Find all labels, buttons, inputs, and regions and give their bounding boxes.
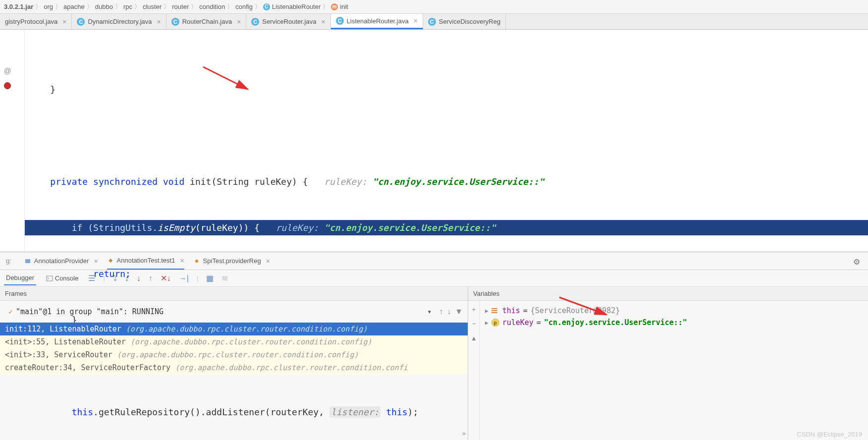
variables-panel: Variables + − ▲ ▶ this = xyxy=(468,287,868,440)
var-name: this xyxy=(502,306,520,315)
tab-service-discovery-reg[interactable]: C ServiceDiscoveryReg xyxy=(423,14,506,29)
code-editor[interactable]: @ } private synchronized void init(Strin… xyxy=(0,30,868,252)
close-icon[interactable]: × xyxy=(62,18,66,26)
tab-label: gistryProtocol.java xyxy=(5,18,57,25)
tab-label: ServiceRouter.java xyxy=(262,18,316,25)
close-icon[interactable]: × xyxy=(414,17,418,25)
breadcrumb-item[interactable]: condition xyxy=(199,3,225,10)
code-line[interactable]: private synchronized void init(String ru… xyxy=(25,174,868,189)
code-area[interactable]: } private synchronized void init(String … xyxy=(25,30,868,252)
code-line[interactable] xyxy=(25,128,868,143)
tab-router-chain[interactable]: C RouterChain.java × xyxy=(166,14,247,29)
add-watch-icon[interactable]: + xyxy=(472,306,476,313)
breadcrumb-item[interactable]: minit xyxy=(331,3,348,10)
run-tab-spi-test[interactable]: SpiTest.providerReg × xyxy=(193,252,270,270)
expand-icon[interactable]: » xyxy=(462,430,466,437)
run-tab-label: AnnotationTest.test1 xyxy=(117,257,175,264)
test-config-icon xyxy=(193,258,200,265)
close-icon[interactable]: × xyxy=(180,257,184,265)
run-tab-label: AnnotationProvider xyxy=(34,257,89,265)
breadcrumb-item[interactable]: dubbo xyxy=(95,3,113,10)
close-icon[interactable]: × xyxy=(237,18,241,26)
class-icon: C xyxy=(77,18,85,26)
parameter-icon: p xyxy=(491,319,499,327)
breadcrumb-item[interactable]: CListenableRouter xyxy=(263,3,321,10)
run-config-icon xyxy=(24,258,31,265)
breadcrumb-item[interactable]: apache xyxy=(63,3,85,10)
close-icon[interactable]: × xyxy=(157,18,161,26)
variable-row[interactable]: ▶ this = {ServiceRouter@3982} xyxy=(483,305,865,317)
stack-frame[interactable]: <init>:33, ServiceRouter (org.apache.dub… xyxy=(0,348,468,361)
breadcrumb-item[interactable]: config xyxy=(235,3,253,10)
class-icon: C xyxy=(171,18,179,26)
chevron-icon: 〉 xyxy=(55,2,61,11)
class-icon: C xyxy=(263,3,270,10)
breadcrumb-item[interactable]: cluster xyxy=(143,3,162,10)
tab-label: DynamicDirectory.java xyxy=(88,18,152,25)
tab-label: ListenableRouter.java xyxy=(347,17,409,25)
run-label: g: xyxy=(6,257,11,265)
chevron-icon: 〉 xyxy=(227,2,233,11)
breadcrumb-item[interactable]: rpc xyxy=(123,3,132,10)
variables-header: Variables xyxy=(468,287,868,301)
stack-frame[interactable]: init:112, ListenableRouter (org.apache.d… xyxy=(0,323,468,335)
stack-frame[interactable]: createRouter:34, ServiceRouterFactory (o… xyxy=(0,361,468,374)
tab-service-router[interactable]: C ServiceRouter.java × xyxy=(246,14,330,29)
code-line-current[interactable]: if (StringUtils.isEmpty(ruleKey)) { rule… xyxy=(25,220,868,235)
var-value: {ServiceRouter@3982} xyxy=(531,306,620,315)
chevron-icon: 〉 xyxy=(191,2,197,11)
breakpoint-icon[interactable] xyxy=(4,82,12,90)
tab-label: ServiceDiscoveryReg xyxy=(439,18,500,25)
tab-listenable-router[interactable]: C ListenableRouter.java × xyxy=(331,14,423,29)
expand-icon[interactable]: ▶ xyxy=(485,320,488,326)
class-icon: C xyxy=(336,17,344,25)
run-tab-annotation-provider[interactable]: AnnotationProvider × xyxy=(24,252,98,270)
gear-icon[interactable]: ⚙ xyxy=(853,257,860,267)
tab-registry-protocol[interactable]: gistryProtocol.java × xyxy=(0,14,72,29)
close-icon[interactable]: × xyxy=(266,257,270,265)
chevron-icon: 〉 xyxy=(163,2,170,11)
breadcrumb-item[interactable]: 3.0.2.1.jar xyxy=(4,3,33,10)
chevron-icon: 〉 xyxy=(87,2,93,11)
svg-rect-1 xyxy=(25,259,30,263)
var-value: "cn.enjoy.service.UserService::" xyxy=(544,318,687,327)
object-icon xyxy=(491,308,499,313)
run-tab-annotation-test[interactable]: AnnotationTest.test1 × xyxy=(107,252,184,270)
chevron-icon: 〉 xyxy=(323,2,329,11)
editor-tabs: gistryProtocol.java × C DynamicDirectory… xyxy=(0,14,868,30)
run-tab-label: SpiTest.providerReg xyxy=(203,257,261,265)
tab-label: RouterChain.java xyxy=(182,18,232,25)
chevron-icon: 〉 xyxy=(35,2,42,11)
class-icon: C xyxy=(428,18,436,26)
breadcrumb: 3.0.2.1.jar 〉 org 〉 apache 〉 dubbo 〉 rpc… xyxy=(0,0,868,14)
method-icon: m xyxy=(331,3,338,10)
remove-watch-icon[interactable]: − xyxy=(472,320,476,328)
close-icon[interactable]: × xyxy=(94,257,98,265)
breadcrumb-item[interactable]: router xyxy=(172,3,189,10)
editor-gutter[interactable]: @ xyxy=(0,30,25,252)
expand-icon[interactable]: ▶ xyxy=(485,308,488,314)
check-icon: ✓ xyxy=(8,307,13,316)
run-config-tabs: g: AnnotationProvider × AnnotationTest.t… xyxy=(0,252,868,270)
test-config-icon xyxy=(107,257,114,264)
variables-list[interactable]: ▶ this = {ServiceRouter@3982} ▶ p ruleKe… xyxy=(480,301,868,440)
variable-row[interactable]: ▶ p ruleKey = "cn.enjoy.service.UserServ… xyxy=(483,317,865,329)
chevron-icon: 〉 xyxy=(255,2,261,11)
class-icon: C xyxy=(251,18,259,26)
up-icon[interactable]: ▲ xyxy=(471,334,477,342)
chevron-icon: 〉 xyxy=(134,2,141,11)
chevron-icon: 〉 xyxy=(115,2,121,11)
watermark: CSDN @Eclipse_2019 xyxy=(797,431,862,438)
var-name: ruleKey xyxy=(502,318,534,327)
close-icon[interactable]: × xyxy=(321,18,325,26)
tab-dynamic-directory[interactable]: C DynamicDirectory.java × xyxy=(72,14,166,29)
breadcrumb-item[interactable]: org xyxy=(44,3,53,10)
stack-frame[interactable]: <init>:55, ListenableRouter (org.apache.… xyxy=(0,335,468,348)
stack-list[interactable]: init:112, ListenableRouter (org.apache.d… xyxy=(0,323,468,440)
override-icon[interactable]: @ xyxy=(4,67,12,75)
code-line[interactable]: } xyxy=(25,82,868,97)
vars-toolbar: + − ▲ xyxy=(468,301,480,440)
